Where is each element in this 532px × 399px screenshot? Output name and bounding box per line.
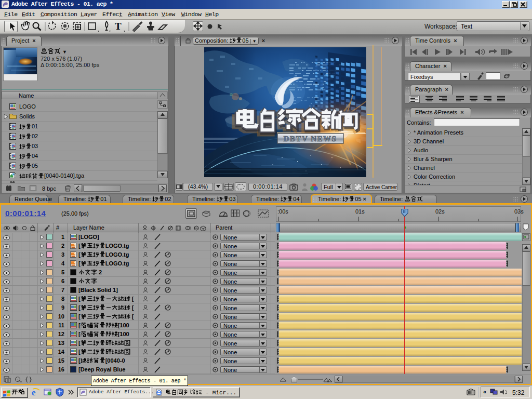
svg-text:T: T <box>115 21 122 32</box>
svg-text:DBTV NEWS: DBTV NEWS <box>284 135 337 143</box>
